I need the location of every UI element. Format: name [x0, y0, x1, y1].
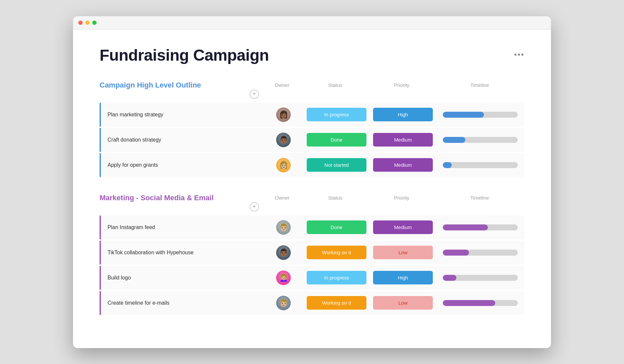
timeline-cell-0-1: [436, 137, 524, 143]
task-owner-1-2: 👩🏼‍🦱: [264, 271, 303, 285]
col-header-0-0: Owner: [262, 82, 302, 88]
timeline-fill-1-1: [443, 250, 469, 256]
status-badge-0-1[interactable]: Done: [307, 133, 366, 147]
priority-badge-1-1[interactable]: Low: [373, 246, 433, 259]
priority-badge-0-1[interactable]: Medium: [373, 133, 433, 147]
timeline-cell-1-2: [436, 275, 524, 281]
timeline-bar-1-0: [443, 224, 518, 230]
status-badge-0-2[interactable]: Not started: [307, 158, 366, 172]
add-column-button-0[interactable]: +: [250, 90, 259, 99]
col-header-1-0: Owner: [262, 195, 302, 201]
task-row-1-1: TikTok collaboration with Hypehouse👨🏾Wor…: [100, 241, 524, 265]
main-content: Fundraising Campaign ••• Campaign High L…: [73, 30, 551, 348]
avatar-0-1: 👨🏾: [276, 133, 291, 147]
col-header-0-2: Priority: [368, 82, 435, 88]
task-owner-0-1: 👨🏾: [264, 133, 303, 147]
section-title-0[interactable]: Campaign High Level Outline: [100, 81, 262, 90]
timeline-fill-1-3: [443, 300, 495, 306]
timeline-bar-0-0: [443, 112, 518, 118]
task-name-0-2[interactable]: Apply for open grants: [101, 157, 264, 173]
col-header-0-3: Timeline: [435, 82, 524, 88]
section-1: Marketing - Social Media & EmailOwnerSta…: [100, 194, 524, 315]
section-header-0: Campaign High Level OutlineOwnerStatusPr…: [100, 81, 524, 99]
close-button[interactable]: [78, 21, 83, 25]
task-name-1-2[interactable]: Build logo: [101, 270, 264, 286]
timeline-bar-1-1: [443, 250, 518, 256]
more-options-icon[interactable]: •••: [514, 50, 524, 59]
timeline-fill-0-0: [443, 112, 484, 118]
task-name-0-0[interactable]: Plan marketing strategy: [101, 106, 264, 123]
section-0: Campaign High Level OutlineOwnerStatusPr…: [100, 81, 524, 177]
timeline-cell-1-0: [436, 224, 524, 230]
maximize-button[interactable]: [92, 21, 97, 25]
title-bar: [73, 16, 551, 30]
priority-badge-1-3[interactable]: Low: [373, 296, 433, 310]
sections-container: Campaign High Level OutlineOwnerStatusPr…: [100, 81, 524, 315]
timeline-fill-0-2: [443, 162, 452, 168]
app-window: Fundraising Campaign ••• Campaign High L…: [73, 16, 551, 348]
status-badge-1-3[interactable]: Working on it: [307, 296, 366, 310]
task-owner-1-0: 👨🏼: [264, 220, 303, 235]
add-column-button-1[interactable]: +: [250, 202, 259, 212]
task-row-0-0: Plan marketing strategy👩🏾In progressHigh: [100, 103, 524, 127]
task-row-1-0: Plan Instagram feed👨🏼DoneMedium: [100, 215, 524, 239]
task-owner-0-0: 👩🏾: [264, 107, 303, 122]
col-header-1-3: Timeline: [435, 195, 524, 201]
task-row-1-3: Create timeline for e-mails👨🏼Working on …: [100, 291, 524, 315]
col-header-1-1: Status: [302, 195, 368, 201]
task-name-1-3[interactable]: Create timeline for e-mails: [101, 295, 264, 311]
col-header-1-2: Priority: [368, 195, 435, 201]
status-badge-1-2[interactable]: In progress: [307, 271, 366, 284]
avatar-1-3: 👨🏼: [276, 296, 291, 310]
avatar-0-2: 👩🏼: [276, 158, 291, 172]
page-title: Fundraising Campaign: [100, 46, 269, 64]
timeline-bar-1-3: [443, 300, 518, 306]
priority-badge-0-2[interactable]: Medium: [373, 158, 433, 172]
timeline-fill-0-1: [443, 137, 465, 143]
task-name-1-0[interactable]: Plan Instagram feed: [101, 219, 264, 236]
status-badge-0-0[interactable]: In progress: [307, 108, 366, 121]
task-row-1-2: Build logo👩🏼‍🦱In progressHigh: [100, 266, 524, 290]
timeline-bar-0-2: [443, 162, 518, 168]
timeline-cell-0-2: [436, 162, 524, 168]
priority-badge-1-0[interactable]: Medium: [373, 220, 433, 234]
task-row-0-2: Apply for open grants👩🏼Not startedMedium: [100, 153, 524, 177]
timeline-fill-1-0: [443, 224, 488, 230]
task-owner-0-2: 👩🏼: [264, 158, 303, 172]
priority-badge-0-0[interactable]: High: [373, 108, 433, 121]
avatar-1-0: 👨🏼: [276, 220, 291, 235]
task-name-0-1[interactable]: Craft donation strategy: [101, 132, 264, 148]
task-owner-1-1: 👨🏾: [264, 245, 303, 260]
task-owner-1-3: 👨🏼: [264, 296, 303, 310]
task-name-1-1[interactable]: TikTok collaboration with Hypehouse: [101, 244, 264, 261]
avatar-1-1: 👨🏾: [276, 245, 291, 260]
timeline-bar-1-2: [443, 275, 518, 281]
status-badge-1-1[interactable]: Working on it: [307, 246, 366, 259]
timeline-bar-0-1: [443, 137, 518, 143]
minimize-button[interactable]: [85, 21, 90, 25]
page-header: Fundraising Campaign •••: [100, 46, 524, 64]
section-title-1[interactable]: Marketing - Social Media & Email: [100, 194, 262, 202]
avatar-1-2: 👩🏼‍🦱: [276, 271, 291, 285]
avatar-0-0: 👩🏾: [276, 107, 291, 122]
col-header-0-1: Status: [302, 82, 368, 88]
priority-badge-1-2[interactable]: High: [373, 271, 433, 284]
timeline-fill-1-2: [443, 275, 456, 281]
task-row-0-1: Craft donation strategy👨🏾DoneMedium: [100, 128, 524, 152]
timeline-cell-0-0: [436, 112, 524, 118]
timeline-cell-1-1: [436, 250, 524, 256]
timeline-cell-1-3: [436, 300, 524, 306]
section-header-1: Marketing - Social Media & EmailOwnerSta…: [100, 194, 524, 212]
status-badge-1-0[interactable]: Done: [307, 220, 366, 234]
